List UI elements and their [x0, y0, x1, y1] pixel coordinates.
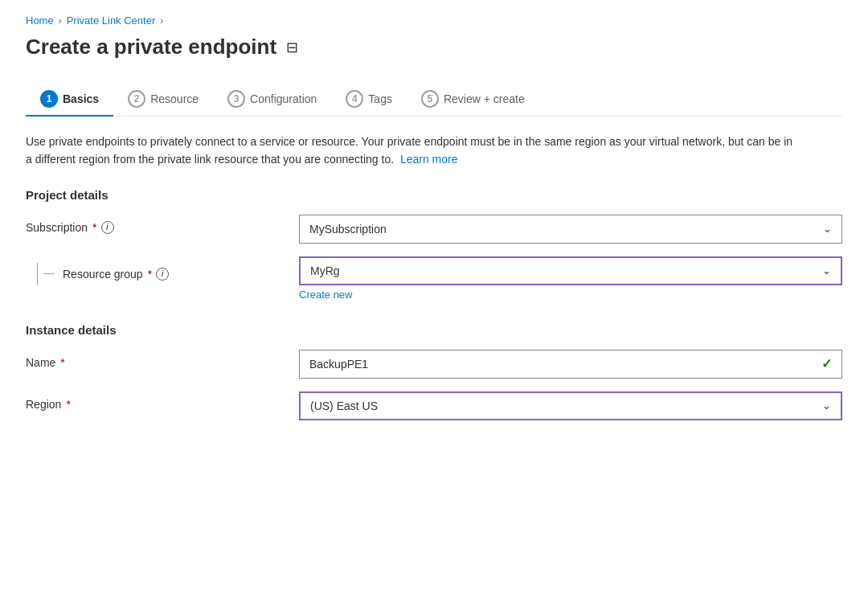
tab-basics[interactable]: 1 Basics	[26, 82, 113, 116]
tab-resource-number: 2	[128, 90, 145, 108]
breadcrumb-home[interactable]: Home	[26, 14, 54, 27]
resource-group-chevron-icon: ⌄	[822, 264, 831, 277]
print-icon[interactable]: ⊟	[286, 39, 298, 56]
resource-group-required: *	[148, 268, 152, 281]
subscription-control: MySubscription ⌄	[299, 215, 842, 244]
tab-basics-label: Basics	[63, 92, 99, 105]
breadcrumb: Home › Private Link Center ›	[26, 14, 842, 27]
tab-review-label: Review + create	[444, 92, 525, 105]
subscription-label-col: Subscription * i	[26, 215, 299, 234]
subscription-value: MySubscription	[309, 223, 387, 236]
learn-more-link[interactable]: Learn more	[400, 153, 458, 166]
tab-bar: 1 Basics 2 Resource 3 Configuration 4 Ta…	[26, 82, 842, 117]
region-row: Region * (US) East US ⌄	[26, 391, 842, 420]
region-dropdown[interactable]: (US) East US ⌄	[299, 391, 842, 420]
resource-group-label-col: Resource group * i	[26, 256, 299, 285]
resource-group-control: MyRg ⌄ Create new	[299, 256, 842, 301]
region-control: (US) East US ⌄	[299, 391, 842, 420]
name-required: *	[60, 356, 64, 369]
rg-indent-bar	[37, 263, 38, 285]
rg-horiz-line	[43, 273, 55, 274]
resource-group-label: Resource group	[63, 268, 143, 281]
name-row: Name * BackupPE1 ✓	[26, 350, 842, 379]
tab-tags-number: 4	[346, 90, 363, 108]
tab-configuration-number: 3	[227, 90, 245, 108]
subscription-chevron-icon: ⌄	[823, 223, 832, 235]
name-value: BackupPE1	[309, 358, 821, 371]
resource-group-row: Resource group * i MyRg ⌄ Create new	[26, 256, 842, 301]
tab-tags[interactable]: 4 Tags	[331, 82, 407, 116]
tab-resource[interactable]: 2 Resource	[113, 82, 213, 116]
region-value: (US) East US	[310, 399, 378, 412]
tab-configuration-label: Configuration	[250, 92, 317, 105]
name-label: Name	[26, 356, 55, 369]
region-label-col: Region *	[26, 391, 299, 411]
name-control: BackupPE1 ✓	[299, 350, 842, 379]
resource-group-dropdown[interactable]: MyRg ⌄	[299, 256, 842, 285]
tab-tags-label: Tags	[368, 92, 392, 105]
breadcrumb-sep-1: ›	[59, 15, 62, 27]
subscription-info-icon[interactable]: i	[101, 221, 114, 234]
tab-resource-label: Resource	[150, 92, 199, 105]
page-title-row: Create a private endpoint ⊟	[26, 35, 842, 59]
subscription-dropdown[interactable]: MySubscription ⌄	[299, 215, 842, 244]
breadcrumb-sep-2: ›	[160, 15, 163, 27]
tab-basics-number: 1	[40, 90, 58, 108]
breadcrumb-private-link-center[interactable]: Private Link Center	[67, 14, 156, 27]
tab-review-create[interactable]: 5 Review + create	[407, 82, 539, 116]
region-chevron-icon: ⌄	[822, 399, 831, 412]
project-details-heading: Project details	[26, 188, 842, 202]
tab-review-number: 5	[421, 90, 439, 108]
region-required: *	[66, 398, 70, 411]
tab-configuration[interactable]: 3 Configuration	[213, 82, 331, 116]
region-label: Region	[26, 398, 61, 411]
page-title: Create a private endpoint	[26, 35, 276, 59]
instance-details-section: Instance details Name * BackupPE1 ✓ Regi…	[26, 323, 842, 420]
name-valid-check-icon: ✓	[821, 356, 832, 371]
subscription-required: *	[92, 221, 96, 234]
subscription-label: Subscription	[26, 221, 88, 234]
create-new-link[interactable]: Create new	[299, 289, 352, 301]
description-text: Use private endpoints to privately conne…	[26, 133, 797, 169]
name-input[interactable]: BackupPE1 ✓	[299, 350, 842, 379]
project-details-section: Project details Subscription * i MySubsc…	[26, 188, 842, 301]
resource-group-info-icon[interactable]: i	[156, 268, 169, 281]
instance-details-heading: Instance details	[26, 323, 842, 337]
name-label-col: Name *	[26, 350, 299, 369]
resource-group-value: MyRg	[310, 264, 340, 277]
subscription-row: Subscription * i MySubscription ⌄	[26, 215, 842, 244]
